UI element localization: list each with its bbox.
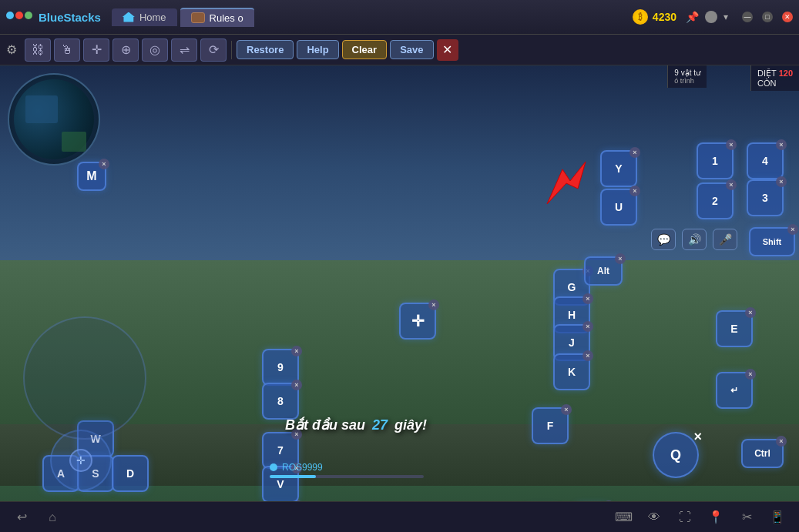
- key-1-close[interactable]: ×: [726, 139, 737, 150]
- link-button[interactable]: ⛓: [25, 38, 51, 62]
- key-1[interactable]: 1 ×: [697, 142, 734, 179]
- key-backslash[interactable]: ↵ ×: [716, 372, 753, 409]
- mouse-button[interactable]: 🖱: [54, 38, 80, 62]
- statusbar-right: ⌨ 👁 ⛶ 📍 ✂ 📱: [614, 508, 787, 527]
- key-q-close[interactable]: ×: [693, 429, 702, 445]
- player-area: ROS9999: [270, 462, 424, 478]
- minimap: [8, 73, 100, 166]
- dpad-button[interactable]: ✛: [83, 38, 109, 62]
- key-4-close[interactable]: ×: [776, 139, 787, 150]
- chat-icon[interactable]: 💬: [651, 229, 676, 250]
- close-toolbar-button[interactable]: ✕: [437, 39, 458, 61]
- window-controls: — □ ✕: [737, 12, 793, 22]
- swap-button[interactable]: ⇌: [171, 38, 197, 62]
- key-move[interactable]: ✛ ×: [399, 303, 436, 340]
- toolbar: ⚙ ⛓ 🖱 ✛ ⊕ ◎ ⇌ ⟳ Restore Help Clear Save …: [0, 35, 799, 65]
- mobile-button[interactable]: 📱: [768, 508, 787, 527]
- statusbar-left: ↩ ⌂: [12, 508, 62, 527]
- gyro-button[interactable]: ⟳: [200, 38, 227, 62]
- key-8[interactable]: 8 ×: [262, 383, 299, 420]
- key-e-close[interactable]: ×: [745, 307, 756, 318]
- eye-button[interactable]: 👁: [645, 508, 663, 527]
- maximize-button[interactable]: □: [762, 12, 773, 22]
- bluestacks-logo: [6, 12, 32, 23]
- titlebar: BlueStacks Home Rules o ₿ 4230 📌 ▾ — □ ✕: [0, 0, 799, 35]
- tab-rules[interactable]: Rules o: [180, 8, 254, 27]
- player-dot: [270, 463, 277, 471]
- progress-bar: [270, 475, 424, 478]
- key-f-close[interactable]: ×: [561, 404, 572, 415]
- key-m[interactable]: M ×: [77, 162, 106, 191]
- key-f[interactable]: F ×: [532, 407, 569, 444]
- kills-stat: DIỆT 120: [757, 69, 793, 79]
- key-u-close[interactable]: ×: [629, 186, 640, 196]
- help-button[interactable]: Help: [297, 40, 338, 59]
- key-alt[interactable]: Alt ×: [584, 256, 623, 286]
- restore-button[interactable]: Restore: [237, 40, 294, 59]
- home-icon: [123, 12, 135, 22]
- svg-marker-0: [547, 162, 586, 204]
- keyboard-button[interactable]: ⌨: [614, 508, 633, 527]
- taskbar-extras: 📌 ▾: [686, 11, 728, 23]
- rules-tab-icon: [191, 12, 205, 23]
- back-button[interactable]: ↩: [12, 508, 31, 527]
- key-move-close[interactable]: ×: [428, 299, 439, 310]
- key-ctrl[interactable]: Ctrl ×: [741, 439, 784, 468]
- tab-rules-label: Rules o: [210, 12, 243, 24]
- scissors-button[interactable]: ✂: [737, 508, 756, 527]
- toolbar-separator: [231, 41, 232, 59]
- key-2-close[interactable]: ×: [726, 179, 737, 190]
- pin-icon[interactable]: 📌: [686, 11, 699, 23]
- location-button[interactable]: 📍: [707, 508, 725, 527]
- key-j-close[interactable]: ×: [582, 321, 593, 332]
- key-k-close[interactable]: ×: [582, 350, 593, 361]
- player-name: ROS9999: [282, 462, 323, 473]
- home-button[interactable]: ⌂: [43, 508, 62, 527]
- joystick-outer: [23, 316, 146, 440]
- key-k[interactable]: K ×: [553, 353, 590, 390]
- key-q[interactable]: Q ×: [653, 432, 699, 478]
- tab-home[interactable]: Home: [112, 8, 177, 26]
- key-3[interactable]: 3 ×: [747, 179, 784, 216]
- save-button[interactable]: Save: [390, 40, 433, 59]
- minimize-button[interactable]: —: [742, 12, 753, 22]
- brand-name: BlueStacks: [39, 11, 101, 24]
- key-h-close[interactable]: ×: [582, 293, 593, 304]
- key-2[interactable]: 2 ×: [697, 182, 734, 219]
- chat-icons: 💬 🔊 🎤: [651, 229, 737, 250]
- countdown-number: 27: [372, 417, 388, 433]
- game-message: Bắt đầu sau 27 giây!: [285, 417, 427, 433]
- key-shift-close[interactable]: ×: [787, 224, 798, 235]
- coin-area: ₿ 4230: [633, 9, 676, 25]
- clear-button[interactable]: Clear: [342, 40, 388, 59]
- move-button[interactable]: ⊕: [112, 38, 139, 62]
- key-d[interactable]: D: [112, 455, 149, 492]
- settings-dot-icon[interactable]: [705, 11, 717, 23]
- key-m-close[interactable]: ×: [99, 159, 109, 169]
- speaker-icon[interactable]: 🔊: [682, 229, 707, 250]
- statusbar: ↩ ⌂ ⌨ 👁 ⛶ 📍 ✂ 📱: [0, 501, 799, 532]
- key-4[interactable]: 4 ×: [747, 142, 784, 179]
- dropdown-icon[interactable]: ▾: [723, 12, 728, 22]
- coin-icon: ₿: [633, 9, 648, 25]
- key-3-close[interactable]: ×: [776, 176, 787, 187]
- coin-count: 4230: [653, 11, 676, 23]
- key-ctrl-close[interactable]: ×: [776, 436, 787, 447]
- tab-home-label: Home: [139, 12, 166, 23]
- key-u[interactable]: U ×: [600, 189, 637, 226]
- aim-button[interactable]: ◎: [142, 38, 168, 62]
- gear-icon[interactable]: ⚙: [6, 42, 17, 57]
- key-9-close[interactable]: ×: [291, 346, 302, 356]
- key-shift[interactable]: Shift ×: [749, 227, 795, 256]
- key-y-close[interactable]: ×: [629, 147, 640, 158]
- key-e[interactable]: E ×: [716, 310, 753, 347]
- fullscreen-button[interactable]: ⛶: [676, 508, 694, 527]
- key-backslash-close[interactable]: ×: [745, 369, 756, 380]
- close-window-button[interactable]: ✕: [782, 12, 793, 22]
- key-alt-close[interactable]: ×: [615, 253, 626, 264]
- right-stats-panel: DIỆT 120 CÒN: [750, 65, 799, 91]
- mic-icon[interactable]: 🎤: [713, 229, 737, 250]
- game-area: M × DIỆT 120 CÒN 9 vật tư ó trình 4 × 3 …: [0, 65, 799, 532]
- key-y[interactable]: Y ×: [600, 150, 637, 187]
- key-8-close[interactable]: ×: [291, 380, 302, 390]
